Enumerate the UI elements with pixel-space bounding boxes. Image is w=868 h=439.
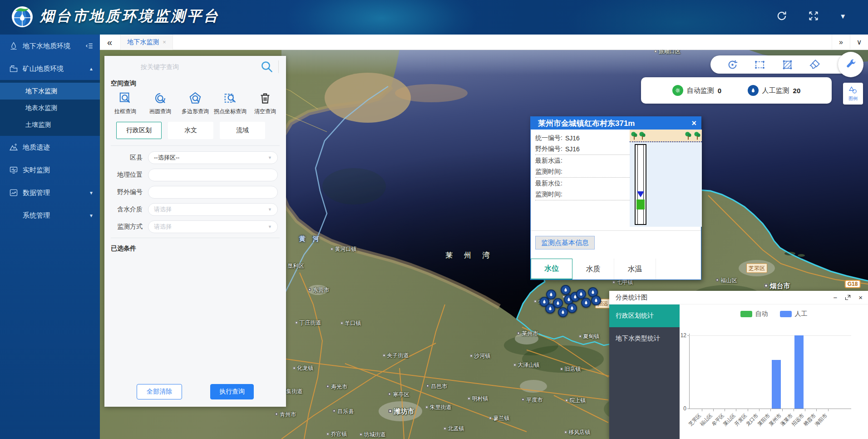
sidebar-item-label: 地质遗迹 <box>23 143 50 152</box>
tab-bar: « 地下水监测 × » ∨ <box>100 35 868 50</box>
地理位置-field[interactable] <box>148 169 278 181</box>
select-value: 请选择 <box>154 223 172 231</box>
sidebar-item-geo-heritage[interactable]: 地质遗迹 <box>0 136 100 159</box>
query-tab-水文[interactable]: 水文 <box>168 122 213 139</box>
tabs-list-icon[interactable]: ∨ <box>850 35 868 50</box>
tab-groundwater-monitor[interactable]: 地下水监测 × <box>120 35 173 50</box>
search-icon[interactable] <box>260 60 274 74</box>
monitoring-point-marker[interactable] <box>546 289 556 299</box>
water-drop-icon <box>548 292 554 297</box>
maximize-icon[interactable] <box>844 294 851 301</box>
gear-icon <box>672 85 683 96</box>
monitoring-point-marker[interactable] <box>558 307 568 317</box>
keyword-search-input[interactable] <box>112 63 260 70</box>
reset-view-icon[interactable] <box>726 59 739 71</box>
popup-tab-水质[interactable]: 水质 <box>572 259 614 279</box>
clear-brush-icon[interactable] <box>809 59 821 71</box>
badge-label: 自动监测 <box>687 86 714 95</box>
collapse-tabs-icon[interactable]: « <box>107 38 112 47</box>
sidebar-item-mine-geo-env[interactable]: 矿山地质环境▲ <box>0 57 100 80</box>
popup-field: 监测时间: <box>535 166 630 178</box>
measure-area-icon[interactable] <box>781 59 794 71</box>
user-dropdown-caret-icon[interactable]: ▼ <box>839 12 846 20</box>
popup-tab-水温[interactable]: 水温 <box>614 259 656 279</box>
sidebar-nav: 地下水地质环境矿山地质环境▲地下水监测地表水监测土壤监测地质遗迹实时监测数据管理… <box>0 35 100 439</box>
monitoring-point-marker[interactable] <box>561 285 571 295</box>
野外编号-field[interactable] <box>148 186 278 199</box>
form-row: 监测方式请选择▼ <box>104 220 278 233</box>
form-row: 含水介质请选择▼ <box>104 203 278 216</box>
execute-query-button[interactable]: 执行查询 <box>210 384 254 399</box>
ground-surface <box>630 130 702 142</box>
map-canvas[interactable]: 海旅顺口区莱 州 湾黄 河黄河口镇垦利区东营市丁庄街道羊口镇央子街道化龙镇寿光市… <box>100 50 868 439</box>
sidebar-item-system-management[interactable]: 系统管理▼ <box>0 204 100 227</box>
监测方式-select[interactable]: 请选择▼ <box>148 220 278 233</box>
tabs-expand-icon[interactable]: » <box>832 35 850 50</box>
monitoring-point-marker[interactable] <box>581 298 591 308</box>
circle-query-button[interactable]: 画圆查询 <box>143 91 178 115</box>
point-basic-info-button[interactable]: 监测点基本信息 <box>535 236 595 249</box>
bar-莱州市-人工[interactable] <box>772 360 781 409</box>
popup-field: 最新水位: <box>535 178 630 189</box>
select-value: 请选择 <box>154 205 172 214</box>
query-tab-行政区划[interactable]: 行政区划 <box>116 122 162 139</box>
popup-tab-水位[interactable]: 水位 <box>531 259 572 279</box>
monitoring-point-marker[interactable] <box>591 295 601 305</box>
well-diagram <box>630 130 702 227</box>
tool-label: 画圆查询 <box>149 108 171 115</box>
y-axis <box>689 334 690 409</box>
measure-line-icon[interactable] <box>754 59 766 71</box>
popup-title: 莱州市金城镇红布村东371m <box>538 118 635 129</box>
sidebar-item-surface-water-monitor[interactable]: 地表水监测 <box>0 100 100 116</box>
badge-label: 人工监测 <box>762 86 789 95</box>
drop-icon <box>750 87 756 94</box>
chart-panel-title: 分类统计图 <box>616 294 647 302</box>
sidebar-item-realtime-monitor[interactable]: 实时监测 <box>0 159 100 181</box>
legend-label: 自动 <box>755 310 768 318</box>
bar-招远市-人工[interactable] <box>794 335 804 409</box>
y-tick-label: 0 <box>676 405 686 412</box>
header-globe-decoration <box>254 0 508 35</box>
区县-select[interactable]: --选择区--▼ <box>148 151 278 164</box>
legend-button[interactable]: 图例 <box>843 83 863 105</box>
legend-item-自动[interactable]: 自动 <box>740 310 768 318</box>
minimize-icon[interactable]: − <box>833 294 837 301</box>
trash-icon <box>258 91 272 105</box>
fullscreen-icon[interactable] <box>808 10 819 22</box>
monitoring-point-marker[interactable] <box>553 298 563 308</box>
badge-自动监测[interactable]: 自动监测0 <box>672 85 721 96</box>
chart-nav-地下水类型统计[interactable]: 地下水类型统计 <box>609 327 680 350</box>
sidebar-item-label: 数据管理 <box>23 189 50 197</box>
water-drop-icon <box>569 305 575 311</box>
x-tick <box>828 409 829 411</box>
panel-divider <box>111 145 280 146</box>
popup-field-label: 统一编号: <box>535 134 562 142</box>
monitoring-point-marker[interactable] <box>567 303 577 313</box>
field-label: 地理位置 <box>104 171 148 179</box>
sidebar-item-soil-monitor[interactable]: 土壤监测 <box>0 116 100 133</box>
query-tab-流域[interactable]: 流域 <box>220 122 265 139</box>
popup-close-icon[interactable]: × <box>691 119 696 128</box>
screen-section <box>636 200 645 210</box>
chart-nav-行政区划统计[interactable]: 行政区划统计 <box>609 304 680 327</box>
rect-query-button[interactable]: 拉框查询 <box>108 91 143 115</box>
y-tick <box>687 335 689 336</box>
sidebar-item-data-management[interactable]: 数据管理▼ <box>0 181 100 204</box>
close-icon[interactable]: × <box>858 294 863 301</box>
search-divider <box>278 60 279 73</box>
map-tools-wrench-button[interactable] <box>838 52 863 77</box>
sidebar-item-groundwater-geo-env[interactable]: 地下水地质环境 <box>0 35 100 57</box>
legend-item-人工[interactable]: 人工 <box>780 310 808 318</box>
poly-query-button[interactable]: 多边形查询 <box>178 91 212 115</box>
coord-query-button[interactable]: 拐点坐标查询 <box>213 91 247 115</box>
wrench-icon <box>844 58 857 71</box>
y-tick-label: 12 <box>676 332 686 339</box>
sidebar-item-groundwater-monitor[interactable]: 地下水监测 <box>0 83 100 100</box>
trash-button[interactable]: 清空查询 <box>248 91 282 115</box>
clear-all-button[interactable]: 全部清除 <box>137 384 182 399</box>
refresh-icon[interactable] <box>776 10 788 22</box>
tab-close-icon[interactable]: × <box>163 39 166 45</box>
sidebar-item-label: 地下水地质环境 <box>23 42 70 50</box>
含水介质-select[interactable]: 请选择▼ <box>148 203 278 216</box>
badge-人工监测[interactable]: 人工监测20 <box>748 85 801 96</box>
